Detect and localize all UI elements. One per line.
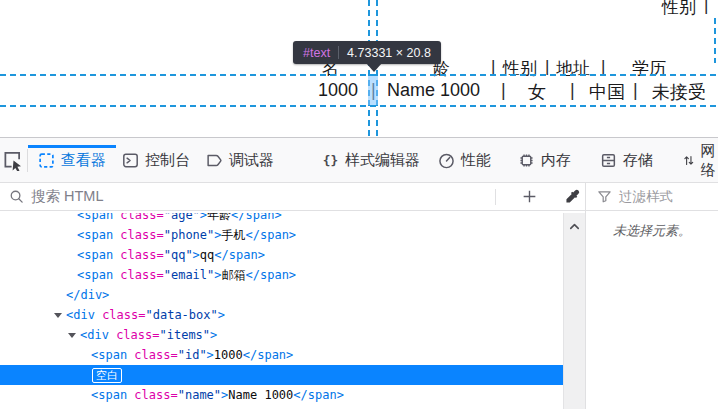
node-picker-icon[interactable] — [3, 151, 24, 171]
tab-network[interactable]: 网络 — [673, 138, 718, 183]
token-tag: > — [214, 228, 221, 242]
inspector-icon — [38, 152, 55, 169]
tab-label: 网络 — [701, 142, 718, 180]
tab-label: 查看器 — [61, 151, 106, 170]
token-attr: class= — [113, 248, 164, 262]
tab-label: 性能 — [461, 151, 491, 170]
markup-row[interactable]: <span class="name">Name 1000</span> — [0, 385, 563, 405]
tab-console[interactable]: 控制台 — [112, 138, 200, 183]
markup-row[interactable]: <div class="items"> — [0, 325, 563, 345]
markup-row[interactable]: <span class="qq">qq</span> — [0, 245, 563, 265]
tab-debugger[interactable]: 调试器 — [196, 138, 284, 183]
token-tag: <span — [77, 228, 113, 242]
whitespace-badge[interactable]: 空白 — [92, 368, 122, 383]
panel-divider[interactable] — [585, 183, 586, 409]
token-tag: </span> — [231, 213, 282, 222]
token-val: "id" — [178, 348, 207, 362]
markup-row-whitespace-selected[interactable]: 空白 — [0, 365, 563, 385]
guide-horizontal-bottom — [0, 105, 718, 107]
page-data-id: 1000 — [318, 80, 358, 101]
token-txt: 年龄 — [207, 213, 231, 222]
token-tag: <span — [91, 348, 127, 362]
chevron-up-icon[interactable] — [567, 219, 582, 234]
tab-memory[interactable]: 内存 — [508, 138, 581, 183]
markup-code: <span class="qq">qq</span> — [77, 245, 265, 265]
token-tag: <div — [66, 308, 95, 322]
token-tag: <span — [91, 388, 127, 402]
token-attr: class= — [109, 328, 160, 342]
token-attr: class= — [127, 388, 178, 402]
network-icon — [683, 152, 695, 169]
filter-styles-input[interactable]: 过滤样式 — [597, 183, 673, 210]
markup-code: <div class="items"> — [80, 325, 217, 345]
page-topright-separator: | — [704, 0, 708, 16]
markup-row[interactable]: </div> — [0, 285, 563, 305]
token-tag: > — [200, 213, 207, 222]
debugger-icon — [206, 152, 223, 169]
search-input[interactable]: 搜索 HTML — [0, 183, 504, 210]
performance-icon — [438, 152, 455, 169]
token-txt: qq — [200, 248, 214, 262]
eyedropper-icon[interactable] — [564, 188, 581, 205]
tab-style-editor[interactable]: {}样式编辑器 — [312, 138, 430, 183]
page-header-gender: 性别 — [503, 57, 537, 80]
token-tag: <span — [77, 248, 113, 262]
tooltip-node-type: #text — [303, 46, 330, 60]
expander-arrow-icon[interactable] — [54, 313, 62, 318]
page-data-separator: | — [633, 80, 638, 101]
token-val: "phone" — [164, 228, 215, 242]
token-attr: class= — [113, 268, 164, 282]
markup-scrollbar[interactable] — [563, 213, 585, 409]
expander-arrow-icon[interactable] — [68, 333, 76, 338]
tab-storage[interactable]: 存储 — [590, 138, 663, 183]
markup-row[interactable]: <span class="phone">手机</span> — [0, 225, 563, 245]
devtools-tabbar: 查看器控制台调试器{}样式编辑器性能内存存储网络 — [0, 138, 718, 183]
token-tag: <span — [77, 268, 113, 282]
token-tag: </span> — [214, 248, 265, 262]
page-data-separator: | — [501, 80, 506, 101]
console-icon — [122, 152, 139, 169]
storage-icon — [600, 152, 617, 169]
tab-inspector[interactable]: 查看器 — [28, 138, 116, 183]
rules-panel: 未选择元素。 — [586, 213, 718, 409]
token-val: "age" — [164, 213, 200, 222]
markup-row[interactable]: <div class="data-box"> — [0, 305, 563, 325]
tab-label: 内存 — [541, 151, 571, 170]
page-viewport: 性别 | 名 龄 | 性别 | 地址 | 学历 1000 | Name 1000… — [0, 0, 718, 140]
tooltip-separator — [338, 46, 339, 59]
memory-icon — [518, 152, 535, 169]
token-txt: 邮箱 — [222, 268, 246, 282]
devtools-toolbar: 搜索 HTML 过滤样式 — [0, 183, 718, 211]
text-node-highlight — [368, 76, 378, 105]
token-tag: > — [207, 348, 214, 362]
page-header-address: 地址 — [556, 57, 590, 80]
markup-code: <span class="phone">手机</span> — [77, 225, 296, 245]
markup-row[interactable]: <span class="id">1000</span> — [0, 345, 563, 365]
add-node-icon[interactable] — [521, 188, 538, 205]
token-tag: > — [214, 268, 221, 282]
token-tag: </span> — [246, 228, 297, 242]
token-attr: class= — [127, 348, 178, 362]
token-attr: class= — [113, 228, 164, 242]
token-tag: <span — [77, 213, 113, 222]
markup-row[interactable]: <span class="age">年龄</span> — [0, 213, 563, 225]
markup-row[interactable]: <span class="email">邮箱</span> — [0, 265, 563, 285]
markup-code: <span class="name">Name 1000</span> — [91, 385, 344, 405]
markup-code: <div class="data-box"> — [66, 305, 225, 325]
token-txt: 1000 — [214, 348, 243, 362]
token-tag: </div> — [66, 288, 109, 302]
svg-text:{}: {} — [323, 153, 338, 168]
token-attr: class= — [95, 308, 146, 322]
tab-label: 样式编辑器 — [345, 151, 420, 170]
markup-code: </div> — [66, 285, 109, 305]
tab-performance[interactable]: 性能 — [428, 138, 501, 183]
page-data-gender: 女 — [528, 80, 546, 104]
guide-horizontal-top — [0, 74, 718, 76]
markup-code: <span class="id">1000</span> — [91, 345, 293, 365]
toolbar-separator — [495, 189, 496, 205]
token-tag: </span> — [243, 348, 294, 362]
whitespace-badge-holder: 空白 — [92, 365, 122, 385]
filter-icon — [597, 189, 612, 204]
token-tag: > — [193, 248, 200, 262]
markup-view: <span class="age">年龄</span><span class="… — [0, 213, 563, 409]
